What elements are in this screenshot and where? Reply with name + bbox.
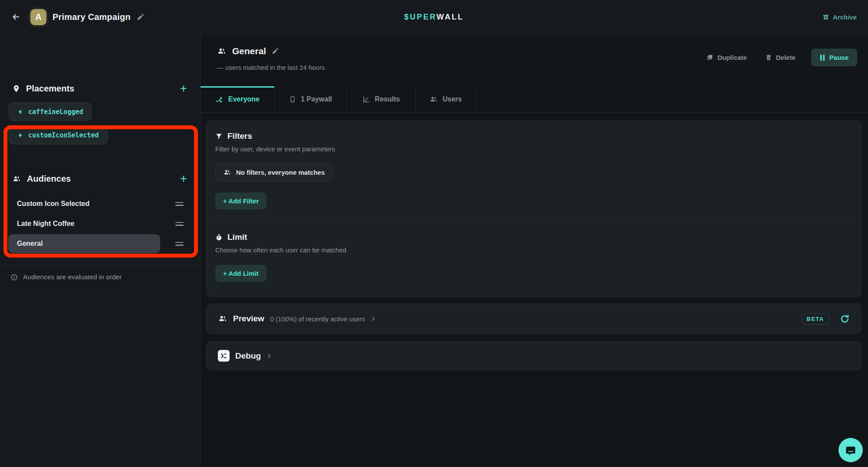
chevron-right-icon	[266, 353, 272, 359]
placement-chip[interactable]: caffeineLogged	[9, 102, 92, 121]
edit-campaign-icon[interactable]	[137, 13, 144, 21]
app-avatar[interactable]: A	[30, 9, 46, 25]
tab-bar: Everyone 1 Paywall Results Users	[201, 86, 868, 113]
add-placement-button[interactable]: +	[179, 82, 188, 95]
funnel-icon	[215, 133, 223, 140]
duplicate-button[interactable]: Duplicate	[704, 53, 750, 62]
terminal-icon	[218, 350, 230, 362]
trash-icon	[765, 54, 772, 61]
audience-title: General	[232, 46, 266, 56]
limit-title: Limit	[227, 232, 247, 242]
drag-handle-icon[interactable]	[175, 202, 184, 206]
top-bar: A Primary Campaign $UPERWALL Archive	[0, 0, 868, 34]
main-panel: General — users matched in the last 24 h…	[201, 34, 868, 467]
split-arrows-icon	[215, 95, 224, 104]
lightning-icon	[17, 132, 23, 139]
archive-button[interactable]: Archive	[820, 13, 859, 21]
add-filter-button[interactable]: + Add Filter	[215, 193, 266, 209]
arrow-left-icon	[11, 12, 21, 22]
beta-badge: BETA	[802, 313, 829, 325]
chevron-right-icon	[370, 316, 376, 322]
location-pin-icon	[12, 85, 20, 93]
edit-audience-icon[interactable]	[272, 48, 279, 55]
info-icon	[10, 274, 18, 281]
no-filters-chip: No filters, everyone matches	[215, 163, 332, 181]
people-icon	[217, 47, 227, 56]
campaign-page: A Primary Campaign $UPERWALL Archive Pla…	[0, 0, 868, 467]
placements-section-header: Placements +	[12, 78, 188, 99]
placements-title: Placements	[26, 84, 74, 94]
audiences-footer-note: Audiences are evaluated in order	[10, 273, 122, 281]
audiences-title: Audiences	[27, 174, 71, 184]
stopwatch-icon	[215, 233, 223, 242]
drag-handle-icon[interactable]	[175, 222, 184, 226]
people-icon	[429, 95, 438, 103]
limit-section: Limit Choose how often each user can be …	[207, 222, 861, 294]
tab-paywall[interactable]: 1 Paywall	[275, 86, 347, 112]
chat-launcher-button[interactable]	[838, 438, 863, 462]
tab-users[interactable]: Users	[416, 86, 476, 112]
people-icon	[12, 175, 21, 183]
preview-bar[interactable]: Preview 0 (100%) of recently active user…	[206, 304, 861, 334]
pause-button[interactable]: Pause	[811, 49, 857, 66]
rules-card: Filters Filter by user, device or event …	[206, 121, 861, 297]
preview-subtitle: 0 (100%) of recently active users	[270, 315, 365, 323]
preview-title: Preview	[233, 314, 264, 323]
filters-subtitle: Filter by user, device or event paramete…	[215, 145, 852, 153]
drag-handle-icon[interactable]	[175, 242, 184, 246]
people-icon	[223, 169, 231, 176]
phone-icon	[289, 95, 296, 103]
archive-icon	[822, 13, 829, 20]
filters-title: Filters	[227, 131, 252, 141]
sidebar: Placements + caffeineLogged customIconSe…	[0, 34, 201, 467]
chart-icon	[362, 95, 370, 103]
tab-everyone[interactable]: Everyone	[201, 86, 275, 112]
audience-subtitle: — users matched in the last 24 hours	[217, 64, 325, 71]
add-audience-button[interactable]: +	[179, 173, 188, 185]
audiences-section-header: Audiences +	[12, 168, 188, 189]
audience-list-item[interactable]: Custom Icon Selected	[0, 194, 201, 214]
people-icon	[218, 314, 227, 323]
tab-results[interactable]: Results	[347, 86, 416, 112]
debug-bar[interactable]: Debug	[206, 341, 861, 370]
duplicate-icon	[706, 54, 713, 61]
debug-title: Debug	[235, 351, 261, 361]
audience-list-item[interactable]: Late Night Coffee	[0, 214, 201, 234]
pause-icon	[820, 55, 825, 61]
limit-subtitle: Choose how often each user can be matche…	[215, 246, 852, 254]
refresh-icon[interactable]	[840, 314, 850, 324]
back-button[interactable]	[8, 9, 24, 25]
chat-bubble-icon	[845, 444, 857, 456]
campaign-title: Primary Campaign	[53, 12, 131, 22]
lightning-icon	[17, 108, 23, 115]
add-limit-button[interactable]: + Add Limit	[215, 265, 266, 282]
filters-section: Filters Filter by user, device or event …	[207, 121, 861, 222]
sidebar-divider	[0, 265, 200, 265]
audience-list-item-selected[interactable]: General	[0, 234, 201, 254]
superwall-logo: $UPERWALL	[404, 13, 464, 22]
delete-button[interactable]: Delete	[763, 53, 798, 62]
placement-chip[interactable]: customIconSelected	[9, 126, 108, 144]
